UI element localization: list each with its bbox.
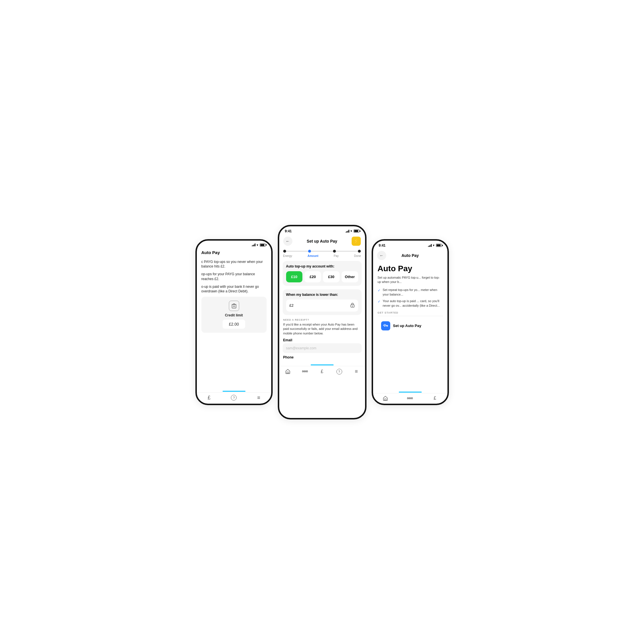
check-icon-2: ✓ — [378, 299, 381, 304]
amount-btn-20[interactable]: £20 — [304, 271, 321, 282]
signal-bar-4 — [255, 243, 255, 246]
amount-section-card: Auto top-up my account with: £10 £20 £30… — [283, 261, 362, 286]
get-started-label: GET STARTED — [378, 311, 443, 314]
bottom-indicator-left-wrap — [197, 389, 271, 392]
scene: ▾ Auto Pay c PAYG top-ups so you never w… — [171, 213, 474, 431]
svg-rect-0 — [232, 304, 236, 308]
lock-icon — [350, 302, 355, 309]
battery-fill-left — [260, 244, 264, 246]
nav-item-home-right[interactable] — [380, 396, 391, 401]
svg-point-10 — [407, 397, 409, 399]
nav-item-pound-right[interactable]: £ — [429, 396, 441, 401]
signal-bar-1 — [252, 245, 253, 246]
signal-bar-r2 — [429, 245, 430, 247]
setup-btn-label: Set up Auto Pay — [393, 324, 421, 328]
nav-item-pound-center[interactable]: £ — [316, 369, 328, 374]
setup-autopay-button[interactable]: Set up Auto Pay — [378, 318, 443, 333]
step-dot-4 — [358, 250, 361, 253]
back-button-center[interactable]: ← — [283, 237, 292, 246]
step-label-energy: Energy — [283, 254, 292, 257]
receipt-section: NEED A RECEIPT? If you'd like a receipt … — [283, 318, 362, 361]
feature-item-1: ✓ Set repeat top-ups for yo... meter whe… — [378, 288, 443, 297]
nav-item-pound-left[interactable]: £ — [203, 395, 215, 401]
battery-fill-center — [354, 230, 358, 232]
pound-nav-icon-right: £ — [434, 396, 436, 401]
amount-btn-10[interactable]: £10 — [286, 271, 303, 282]
balance-section-card: When my balance is lower than: £2 — [283, 289, 362, 315]
status-bar-right: 9:41 ▾ — [373, 241, 447, 249]
signal-bar-r4 — [431, 244, 432, 247]
credit-limit-value: £2.00 — [223, 320, 245, 329]
back-button-right[interactable]: ← — [377, 251, 386, 260]
feature-list: ✓ Set repeat top-ups for yo... meter whe… — [378, 288, 443, 308]
signal-bar-2 — [253, 245, 253, 246]
left-header: Auto Pay — [197, 248, 271, 257]
phone-right-content: ← Auto Pay Auto Pay Set up automatic PAY… — [373, 249, 447, 404]
amount-btn-30[interactable]: £30 — [323, 271, 340, 282]
nav-item-activity-right[interactable] — [404, 396, 416, 400]
svg-rect-3 — [287, 372, 289, 373]
phone-left-content: Auto Pay c PAYG top-ups so you never whe… — [197, 248, 271, 404]
amount-btn-other[interactable]: Other — [342, 271, 358, 282]
left-body: c PAYG top-ups so you never when your ba… — [197, 257, 271, 389]
back-icon-right: ← — [380, 253, 384, 258]
status-time-center: 9:41 — [285, 229, 292, 233]
help-nav-icon-center: ? — [336, 369, 342, 374]
signal-bar-3 — [254, 244, 255, 246]
stepper-labels: Energy Amount Pay Done — [283, 254, 361, 258]
amount-section-title: Auto top-up my account with: — [286, 264, 358, 268]
feature-text-2: Your auto top-up is paid ... card, so yo… — [383, 299, 443, 308]
step-label-pay: Pay — [334, 254, 339, 257]
status-icons-center: ▾ — [346, 229, 359, 233]
balance-input[interactable]: £2 — [286, 300, 358, 312]
svg-rect-9 — [385, 399, 386, 400]
pound-nav-icon-center: £ — [321, 369, 323, 374]
left-card: Credit limit £2.00 — [201, 297, 267, 333]
bottom-indicator-right-wrap — [373, 389, 447, 393]
status-icons-right: ▾ — [428, 244, 442, 247]
lightning-button[interactable]: ⚡ — [352, 237, 361, 246]
bottom-indicator-center-wrap — [279, 362, 365, 366]
setup-btn-icon — [381, 321, 390, 330]
autopay-desc: Set up automatic PAYG top-u... forget to… — [378, 276, 443, 285]
receipt-label: NEED A RECEIPT? — [283, 318, 362, 321]
nav-item-help-center[interactable]: ? — [334, 369, 345, 374]
nav-item-activity-center[interactable] — [299, 369, 311, 374]
signal-bars-left — [252, 243, 255, 246]
svg-point-8 — [387, 325, 388, 326]
phone-left: ▾ Auto Pay c PAYG top-ups so you never w… — [195, 239, 273, 405]
home-nav-icon-center — [285, 369, 290, 374]
menu-nav-icon: ≡ — [257, 395, 260, 401]
feature-text-1: Set repeat top-ups for yo... meter when … — [383, 288, 443, 297]
wifi-icon-center: ▾ — [350, 229, 352, 233]
email-input[interactable]: sam@example.com — [283, 343, 362, 353]
left-body-text3: o-up is paid with your bank ll never go … — [201, 284, 267, 294]
status-icons-left: ▾ — [252, 243, 265, 247]
bottom-indicator-center — [311, 364, 334, 365]
wifi-icon-right: ▾ — [433, 244, 434, 247]
nav-item-menu-left[interactable]: ≡ — [253, 395, 264, 401]
balance-value: £2 — [290, 303, 294, 308]
menu-nav-icon-center: ≡ — [355, 368, 358, 374]
battery-icon-center — [354, 229, 359, 233]
trash-icon-wrap[interactable] — [229, 301, 239, 311]
nav-item-home-center[interactable] — [282, 369, 294, 374]
back-icon-center: ← — [286, 239, 290, 243]
bottom-nav-center: £ ? ≡ — [279, 366, 365, 377]
step-seg-2 — [311, 251, 333, 251]
status-time-right: 9:41 — [379, 243, 386, 247]
nav-item-help-left[interactable]: ? — [228, 395, 239, 401]
left-body-text1: c PAYG top-ups so you never when your ba… — [201, 259, 267, 269]
status-bar-left: ▾ — [197, 241, 271, 248]
nav-item-menu-center[interactable]: ≡ — [351, 368, 362, 374]
phone-right: 9:41 ▾ ← Auto Pay — [372, 239, 449, 405]
bottom-indicator-right — [399, 392, 422, 393]
status-bar-center: 9:41 ▾ — [279, 226, 365, 234]
signal-bar-r3 — [430, 245, 431, 247]
wifi-icon-left: ▾ — [257, 243, 258, 247]
stepper: Energy Amount Pay Done — [279, 247, 365, 259]
svg-point-6 — [306, 370, 308, 372]
lightning-icon: ⚡ — [353, 238, 359, 244]
stepper-line — [283, 250, 361, 253]
signal-bars-center — [346, 230, 349, 233]
